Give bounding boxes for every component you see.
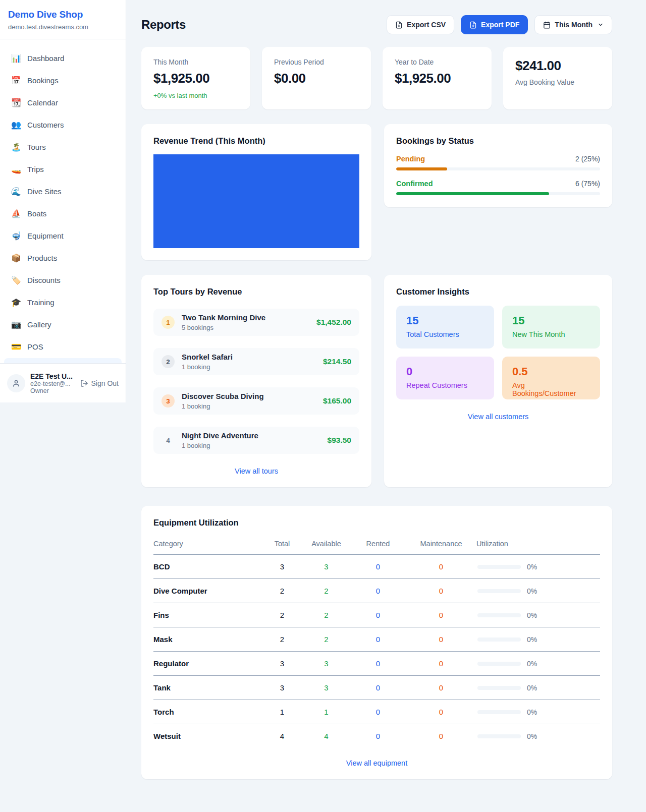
equipment-table: Category Total Available Rented Maintena…	[153, 533, 600, 748]
stat-label: Avg Booking Value	[515, 78, 600, 86]
column-header: Category	[153, 533, 262, 555]
equipment-row: Tank 3 3 0 0 0%	[153, 676, 600, 700]
file-download-icon	[469, 21, 477, 29]
equipment-total: 1	[262, 700, 302, 724]
logout-icon	[80, 379, 88, 387]
equipment-category: Dive Computer	[153, 579, 262, 603]
sidebar-item-bookings[interactable]: 📅 Bookings	[4, 70, 122, 92]
sidebar-item-label: Customers	[27, 119, 64, 132]
equipment-row: Fins 2 2 0 0 0%	[153, 603, 600, 627]
tour-name: Snorkel Safari	[182, 353, 233, 361]
stat-value: $1,925.00	[395, 71, 479, 86]
equipment-maintenance: 0	[406, 603, 476, 627]
equipment-rented: 0	[350, 724, 406, 748]
equipment-row: Wetsuit 4 4 0 0 0%	[153, 724, 600, 748]
equipment-maintenance: 0	[406, 724, 476, 748]
charts-row: Revenue Trend (This Month) Bookings by S…	[141, 124, 612, 260]
equipment-rented: 0	[350, 579, 406, 603]
insight-value: 0	[406, 365, 484, 378]
top-tours-title: Top Tours by Revenue	[153, 287, 359, 297]
sidebar-item-calendar[interactable]: 📆 Calendar	[4, 92, 122, 114]
equipment-utilization-card: Equipment Utilization Category Total Ava…	[141, 506, 612, 779]
tour-bookings: 1 booking	[182, 442, 258, 449]
sidebar-user-section: E2E Test U... e2e-tester@... Owner Sign …	[0, 363, 126, 402]
stat-value: $241.00	[515, 58, 600, 74]
customer-insights-card: Customer Insights 15 Total Customers 15 …	[384, 275, 612, 487]
sidebar-item-tours[interactable]: 🏝️ Tours	[4, 136, 122, 158]
status-bar-track	[396, 192, 600, 195]
sidebar-item-dive-sites[interactable]: 🌊 Dive Sites	[4, 181, 122, 203]
sidebar-nav: 📊 Dashboard 📅 Bookings 📆 Calendar 👥 Cust…	[0, 39, 126, 380]
stat-value: $1,925.00	[153, 71, 238, 86]
equipment-total: 2	[262, 603, 302, 627]
top-tours-card: Top Tours by Revenue 1 Two Tank Morning …	[141, 275, 371, 487]
sign-out-label: Sign Out	[91, 379, 119, 387]
tag-icon: 🏷️	[11, 274, 21, 287]
sign-out-button[interactable]: Sign Out	[80, 379, 119, 387]
equipment-total: 2	[262, 627, 302, 652]
insight-label: Repeat Customers	[406, 381, 484, 389]
sidebar-item-equipment[interactable]: 🤿 Equipment	[4, 225, 122, 247]
column-header: Total	[262, 533, 302, 555]
sidebar-item-label: Bookings	[27, 74, 59, 87]
equipment-rented: 0	[350, 652, 406, 676]
view-all-tours-link[interactable]: View all tours	[153, 467, 359, 475]
calendar-date-icon: 📅	[11, 74, 21, 87]
view-all-equipment-link[interactable]: View all equipment	[153, 759, 600, 767]
equipment-available: 4	[302, 724, 350, 748]
bookings-by-status-card: Bookings by Status Pending 2 (25%) Confi…	[384, 124, 612, 207]
dashboard-icon: 📊	[11, 52, 21, 65]
column-header: Utilization	[476, 533, 600, 555]
equipment-row: Torch 1 1 0 0 0%	[153, 700, 600, 724]
user-role: Owner	[30, 387, 75, 394]
chevron-down-icon	[598, 22, 604, 28]
sidebar-item-label: Calendar	[27, 96, 58, 109]
utilization-percent: 0%	[527, 708, 537, 716]
package-icon: 📦	[11, 252, 21, 265]
utilization-bar	[477, 613, 521, 617]
status-bar-track	[396, 167, 600, 170]
stat-card-this-month: This Month $1,925.00 +0% vs last month	[141, 47, 250, 109]
sidebar-item-label: Tours	[27, 141, 46, 154]
stat-card-avg-booking-value: $241.00 Avg Booking Value	[503, 47, 612, 109]
sidebar-item-customers[interactable]: 👥 Customers	[4, 114, 122, 136]
sidebar-item-trips[interactable]: 🚤 Trips	[4, 158, 122, 181]
view-all-customers-link[interactable]: View all customers	[396, 413, 600, 421]
island-icon: 🏝️	[11, 141, 21, 154]
tour-name: Discover Scuba Diving	[182, 392, 264, 400]
sidebar-item-label: Dive Sites	[27, 185, 62, 198]
insight-tile-repeat-customers: 0 Repeat Customers	[396, 357, 494, 399]
calendar-icon	[543, 21, 551, 29]
utilization-percent: 0%	[527, 660, 537, 668]
column-header: Maintenance	[406, 533, 476, 555]
tour-amount: $214.50	[323, 357, 351, 366]
equipment-available: 3	[302, 555, 350, 579]
stat-card-year-to-date: Year to Date $1,925.00	[383, 47, 492, 109]
period-dropdown[interactable]: This Month	[534, 15, 612, 34]
camera-icon: 📷	[11, 318, 21, 331]
stat-label: Previous Period	[274, 58, 359, 66]
utilization-percent: 0%	[527, 732, 537, 740]
export-csv-button[interactable]: Export CSV	[387, 15, 454, 34]
sidebar-item-gallery[interactable]: 📷 Gallery	[4, 314, 122, 336]
equipment-category: Wetsuit	[153, 724, 262, 748]
shop-name: Demo Dive Shop	[8, 9, 118, 20]
sidebar-item-pos[interactable]: 💳 POS	[4, 336, 122, 358]
sidebar-item-discounts[interactable]: 🏷️ Discounts	[4, 269, 122, 292]
customer-insights-title: Customer Insights	[396, 287, 600, 297]
equipment-available: 2	[302, 603, 350, 627]
sidebar-item-label: Discounts	[27, 274, 61, 287]
sidebar-item-dashboard[interactable]: 📊 Dashboard	[4, 47, 122, 70]
sidebar: Demo Dive Shop demo.test.divestreams.com…	[0, 0, 126, 402]
sidebar-item-boats[interactable]: ⛵ Boats	[4, 203, 122, 225]
tour-row: 1 Two Tank Morning Dive 5 bookings $1,45…	[153, 309, 359, 336]
graduation-cap-icon: 🎓	[11, 296, 21, 309]
sidebar-item-products[interactable]: 📦 Products	[4, 247, 122, 269]
utilization-percent: 0%	[527, 563, 537, 571]
utilization-bar	[477, 686, 521, 690]
tour-bookings: 1 booking	[182, 402, 264, 410]
sidebar-item-training[interactable]: 🎓 Training	[4, 292, 122, 314]
page-header: Reports Export CSV Export PDF This Month	[141, 15, 612, 34]
export-pdf-button[interactable]: Export PDF	[461, 15, 528, 34]
utilization-bar	[477, 710, 521, 714]
